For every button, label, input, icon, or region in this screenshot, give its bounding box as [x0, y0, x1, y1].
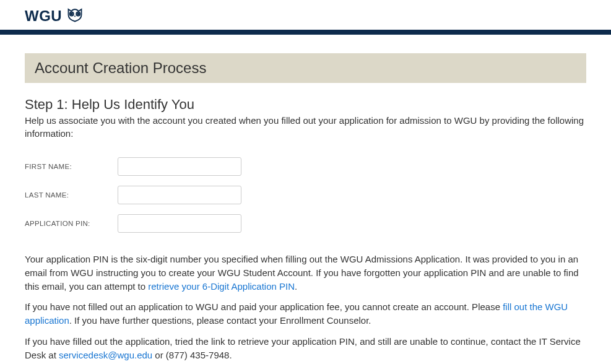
wgu-logo[interactable]: WGU — [25, 7, 84, 25]
last-name-label: LAST NAME: — [25, 191, 118, 199]
pin-label: APPLICATION PIN: — [25, 220, 118, 227]
first-name-input[interactable] — [118, 157, 241, 176]
banner-title: Account Creation Process — [35, 59, 576, 77]
nav-bar — [0, 30, 611, 35]
servicedesk-email-link[interactable]: servicedesk@wgu.edu — [59, 350, 152, 360]
info-paragraph-pin: Your application PIN is the six-digit nu… — [25, 253, 586, 293]
info-section: Your application PIN is the six-digit nu… — [25, 253, 586, 362]
last-name-row: LAST NAME: — [25, 186, 586, 204]
last-name-input[interactable] — [118, 186, 241, 204]
first-name-label: FIRST NAME: — [25, 163, 118, 170]
info-paragraph-support: If you have filled out the application, … — [25, 335, 586, 362]
retrieve-pin-link[interactable]: retrieve your 6-Digit Application PIN — [148, 281, 295, 292]
page-banner: Account Creation Process — [25, 53, 586, 83]
pin-input[interactable] — [118, 214, 241, 233]
owl-icon — [66, 7, 84, 25]
info-paragraph-apply: If you have not filled out an applicatio… — [25, 300, 586, 327]
step-title: Step 1: Help Us Identify You — [25, 97, 586, 113]
svg-point-2 — [71, 13, 72, 14]
first-name-row: FIRST NAME: — [25, 157, 586, 176]
logo-text: WGU — [25, 7, 62, 25]
main-container: Account Creation Process Step 1: Help Us… — [0, 35, 611, 364]
header: WGU — [0, 0, 611, 30]
pin-row: APPLICATION PIN: — [25, 214, 586, 233]
svg-point-3 — [77, 13, 79, 14]
step-description: Help us associate you with the account y… — [25, 114, 586, 140]
